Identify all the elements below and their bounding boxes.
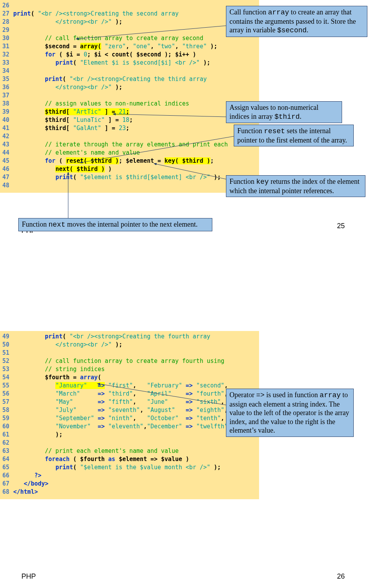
- callout-next: Function next moves the internal pointer…: [18, 218, 212, 231]
- page-number: 25: [337, 222, 345, 230]
- slide-26: 49 print( "<br /><strong>Creating the fo…: [0, 300, 374, 588]
- callout-reset: Function reset sets the internal pointer…: [234, 125, 354, 146]
- page-number: 26: [337, 572, 345, 581]
- callout-array-second: Call function array to create an array t…: [226, 6, 367, 37]
- footer-label: PHP: [21, 572, 36, 581]
- callout-arrow-operator: Operator => is used in function array to…: [226, 389, 354, 437]
- code-block-2: 49 print( "<br /><strong>Creating the fo…: [0, 331, 259, 499]
- callout-key: Function key returns the index of the el…: [226, 175, 365, 197]
- callout-third-indices: Assign values to non-numerical indices i…: [226, 101, 342, 123]
- slide-25: 2627print( "<br /><strong>Creating the s…: [0, 0, 374, 300]
- code-block-1: 2627print( "<br /><strong>Creating the s…: [0, 0, 259, 193]
